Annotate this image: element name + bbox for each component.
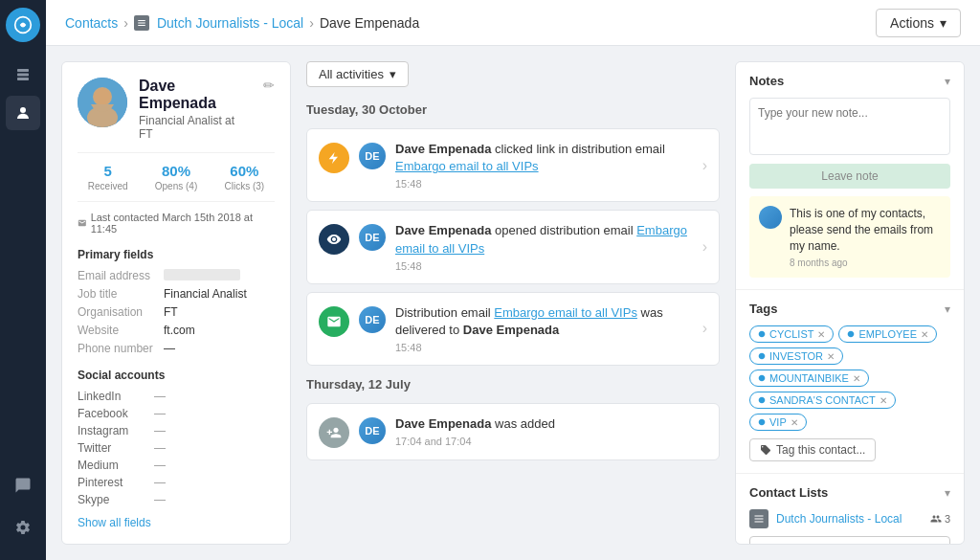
breadcrumb-separator-2: › xyxy=(309,15,314,31)
embargo-link-1[interactable]: Embargo email to all VIPs xyxy=(395,159,539,173)
activity-avatar-4: DE xyxy=(359,417,386,444)
activity-body-3: Distribution email Embargo email to all … xyxy=(395,304,693,353)
add-to-contact-list-button[interactable]: Add to contact list... xyxy=(749,536,950,545)
activity-time-1: 15:48 xyxy=(395,178,693,190)
social-facebook: Facebook— xyxy=(78,407,275,420)
tags-title: Tags xyxy=(749,302,777,316)
social-instagram: Instagram— xyxy=(78,424,275,437)
note-text: This is one of my contacts, please send … xyxy=(790,206,941,254)
avatar xyxy=(78,78,127,127)
activity-avatar-2: DE xyxy=(359,224,386,251)
notes-section-header[interactable]: Notes ▾ xyxy=(749,74,950,88)
tag-mountainbike: MOUNTAINBIKE ✕ xyxy=(749,370,869,387)
contact-list-item-1: Dutch Journalists - Local 3 xyxy=(749,509,950,528)
tag-sandras-contact-remove[interactable]: ✕ xyxy=(880,395,887,406)
stats-row: 5 Received 80% Opens (4) 60% Clicks (3) xyxy=(78,152,275,202)
activity-item-clicked-link[interactable]: DE Dave Empenada clicked link in distrib… xyxy=(306,128,720,202)
tag-cyclist-remove[interactable]: ✕ xyxy=(817,329,825,340)
field-phone-value: — xyxy=(164,342,175,355)
contact-lists-header[interactable]: Contact Lists ▾ xyxy=(749,485,950,500)
list-breadcrumb-icon xyxy=(134,15,149,31)
contact-name: Dave Empenada xyxy=(139,78,252,112)
app-logo[interactable] xyxy=(6,8,40,42)
tag-employee: EMPLOYEE ✕ xyxy=(838,325,937,343)
stat-clicks: 60% Clicks (3) xyxy=(214,163,275,191)
tag-investor: INVESTOR ✕ xyxy=(749,347,843,365)
activities-panel: All activities ▾ Tuesday, 30 October DE … xyxy=(306,61,720,545)
activity-time-3: 15:48 xyxy=(395,342,693,353)
activities-filter: All activities ▾ xyxy=(306,61,720,87)
contact-panel: Dave Empenada Financial Analist at FT ✏ … xyxy=(61,61,291,545)
date-header-october: Tuesday, 30 October xyxy=(306,102,720,117)
tag-this-contact-button[interactable]: Tag this contact... xyxy=(749,438,876,461)
body-area: Dave Empenada Financial Analist at FT ✏ … xyxy=(46,46,980,560)
date-header-july: Thursday, 12 July xyxy=(306,377,720,392)
activity-item-added[interactable]: DE Dave Empenada was added 17:04 and 17:… xyxy=(306,403,720,460)
activity-text-2: Dave Empenada opened distribution email … xyxy=(395,222,693,257)
filter-button[interactable]: All activities ▾ xyxy=(306,61,409,87)
breadcrumb-list-link[interactable]: Dutch Journalists - Local xyxy=(157,15,303,31)
tag-cyclist: CYCLIST ✕ xyxy=(749,325,834,343)
topbar: Contacts › Dutch Journalists - Local › D… xyxy=(46,0,980,46)
stat-received: 5 Received xyxy=(78,163,138,191)
note-item-1: This is one of my contacts, please send … xyxy=(749,196,950,278)
tag-vip: VIP ✕ xyxy=(749,414,807,431)
breadcrumb-separator-1: › xyxy=(123,15,128,31)
activity-avatar-1: DE xyxy=(359,143,386,169)
contact-lists-chevron-icon: ▾ xyxy=(945,486,950,500)
field-email-value xyxy=(164,269,240,280)
social-linkedin: LinkedIn— xyxy=(78,390,275,403)
activities-list: Tuesday, 30 October DE Dave Empenada cli… xyxy=(306,99,720,545)
svg-rect-1 xyxy=(17,69,29,72)
stat-received-label: Received xyxy=(78,181,138,191)
actions-button[interactable]: Actions ▾ xyxy=(876,9,961,37)
sidebar-item-chat[interactable] xyxy=(6,468,40,503)
leave-note-button[interactable]: Leave note xyxy=(749,164,950,189)
activity-avatar-3: DE xyxy=(359,306,386,333)
svg-point-4 xyxy=(20,107,26,113)
tags-container: CYCLIST ✕ EMPLOYEE ✕ INVESTOR ✕ MOU xyxy=(749,325,950,431)
primary-fields-title: Primary fields xyxy=(78,248,275,261)
last-contacted-text: Last contacted March 15th 2018 at 11:45 xyxy=(91,212,275,235)
notes-title: Notes xyxy=(749,74,784,88)
notes-input[interactable] xyxy=(749,98,950,155)
sidebar-item-settings[interactable] xyxy=(6,510,40,545)
list-name[interactable]: Dutch Journalists - Local xyxy=(776,512,923,526)
field-jobtitle-value: Financial Analist xyxy=(164,287,247,301)
field-website: Website ft.com xyxy=(78,324,275,337)
activity-text-4: Dave Empenada was added xyxy=(395,415,707,433)
main-content: Contacts › Dutch Journalists - Local › D… xyxy=(46,0,980,560)
contact-lists-section: Contact Lists ▾ Dutch Journalists - Loca… xyxy=(736,474,964,545)
activity-item-delivered[interactable]: DE Distribution email Embargo email to a… xyxy=(306,292,720,366)
tag-employee-remove[interactable]: ✕ xyxy=(921,329,928,340)
tag-sandras-contact: SANDRA'S CONTACT ✕ xyxy=(749,392,896,409)
actions-label: Actions xyxy=(890,15,934,31)
tag-vip-remove[interactable]: ✕ xyxy=(791,417,798,428)
activity-text-1: Dave Empenada clicked link in distributi… xyxy=(395,141,693,175)
activity-time-4: 17:04 and 17:04 xyxy=(395,436,707,447)
embargo-link-3[interactable]: Embargo email to all VIPs xyxy=(494,305,637,320)
edit-contact-icon[interactable]: ✏ xyxy=(263,78,275,93)
actions-dropdown-icon: ▾ xyxy=(940,15,947,31)
breadcrumb-contacts-link[interactable]: Contacts xyxy=(65,15,118,31)
activity-body-4: Dave Empenada was added 17:04 and 17:04 xyxy=(395,415,707,447)
tag-investor-remove[interactable]: ✕ xyxy=(827,351,835,362)
sidebar-item-contacts[interactable] xyxy=(6,96,40,130)
tag-mountainbike-remove[interactable]: ✕ xyxy=(853,373,860,384)
activity-icon-delivered xyxy=(319,306,349,337)
show-all-fields-link[interactable]: Show all fields xyxy=(78,516,275,529)
field-phone-label: Phone number xyxy=(78,342,164,355)
stat-opens-value: 80% xyxy=(145,163,206,179)
tags-section-header[interactable]: Tags ▾ xyxy=(749,302,950,316)
add-to-list-label: Add to contact list... xyxy=(776,542,877,545)
sidebar-item-flag[interactable] xyxy=(6,57,40,92)
field-phone: Phone number — xyxy=(78,342,275,355)
list-icon xyxy=(749,509,768,528)
social-skype: Skype— xyxy=(78,493,275,506)
stat-opens-label: Opens (4) xyxy=(145,181,206,191)
note-time: 8 months ago xyxy=(790,258,941,268)
activity-icon-added xyxy=(319,417,349,448)
activity-item-opened[interactable]: DE Dave Empenada opened distribution ema… xyxy=(306,210,720,283)
note-avatar xyxy=(759,206,782,229)
filter-dropdown-icon: ▾ xyxy=(390,67,396,81)
